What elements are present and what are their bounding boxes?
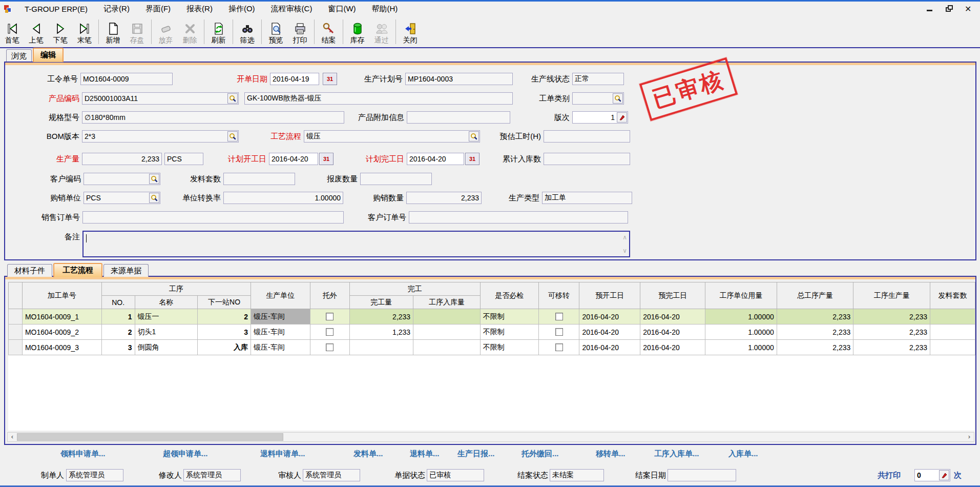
transferable-checkbox[interactable] [555,343,563,351]
cell-unit-selected[interactable]: 锻压-车间 [251,309,310,324]
menu-tgroup-erp[interactable]: T-GROUP ERP(E) [25,5,88,13]
product-name-input[interactable] [245,93,512,104]
cell-outsource[interactable] [310,309,349,324]
customer-order-no-input[interactable] [409,212,628,223]
cell-next-no[interactable]: 入库 [198,340,251,355]
menu-report[interactable]: 报表(R) [186,4,213,14]
version-input[interactable] [573,112,617,123]
horizontal-scrollbar[interactable]: ‹ › [7,432,974,442]
first-record-button[interactable]: 首笔 [0,17,24,46]
app-icon[interactable] [4,4,13,13]
creator-input[interactable] [67,470,123,481]
tab-process-flow[interactable]: 工艺流程 [53,263,102,277]
col-order-header[interactable]: 加工单号 [22,282,101,309]
cell-no[interactable]: 3 [101,340,135,355]
link-outsource-return[interactable]: 托外缴回... [522,449,559,459]
menu-operation[interactable]: 操作(O) [228,4,255,14]
cell-pre-start[interactable]: 2016-04-20 [579,309,640,324]
tab-material-subitems[interactable]: 材料子件 [7,264,52,277]
unit-rate-input[interactable] [224,192,343,204]
col-pre-start-header[interactable]: 预开工日 [579,282,640,309]
link-process-instore-doc[interactable]: 工序入库单... [654,449,699,459]
cell-next-no[interactable]: 2 [198,309,251,324]
col-outsource-header[interactable]: 托外 [310,282,349,309]
cell-no[interactable]: 2 [101,324,135,340]
close-case-button[interactable]: 结案 [317,17,341,46]
col-total-output-header[interactable]: 总工序产量 [777,282,853,309]
scroll-right-icon[interactable]: › [965,433,974,441]
outsource-checkbox[interactable] [326,328,333,336]
modifier-input[interactable] [184,470,240,481]
scrap-qty-input[interactable] [361,173,431,185]
cell-pre-end[interactable]: 2016-04-20 [640,309,705,324]
grid-row-2[interactable]: MO1604-0009_2 2 切头1 3 锻压-车间 1,233 不限制 20… [9,324,975,340]
line-status-input[interactable] [573,73,623,85]
order-no-input[interactable] [81,73,172,85]
cell-name[interactable]: 切头1 [135,324,198,340]
row-selector[interactable] [9,309,23,324]
col-unit-usage-header[interactable]: 工序单位用量 [705,282,777,309]
cell-transferable[interactable] [538,340,579,355]
product-code-input[interactable] [82,93,227,104]
outsource-checkbox[interactable] [326,313,333,320]
col-pre-end-header[interactable]: 预完工日 [640,282,705,309]
prod-type-input[interactable] [543,192,632,204]
print-count-input[interactable] [915,470,939,481]
next-record-button[interactable]: 下笔 [48,17,72,46]
cell-must-check[interactable]: 不限制 [480,324,538,340]
cell-transferable[interactable] [538,309,579,324]
grid-row-1[interactable]: MO1604-0009_1 1 锻压一 2 锻压-车间 2,233 不限制 20… [9,309,975,324]
menu-workflow-audit[interactable]: 流程审核(C) [271,4,312,14]
close-icon[interactable]: ✕ [965,5,973,13]
total-in-qty-input[interactable] [544,153,630,165]
sales-unit-input[interactable] [84,192,149,204]
link-return-request[interactable]: 退料申请单... [260,449,305,459]
inventory-button[interactable]: 库存 [345,17,369,46]
refresh-button[interactable]: 刷新 [206,17,231,46]
filter-button[interactable]: 筛选 [235,17,259,46]
col-must-check-header[interactable]: 是否必检 [480,282,538,309]
scroll-down-icon[interactable]: ∨ [622,248,627,253]
link-transfer-doc[interactable]: 移转单... [596,449,625,459]
spec-input[interactable] [82,112,344,123]
cell-pre-start[interactable]: 2016-04-20 [579,324,640,340]
open-date-input[interactable] [270,73,319,85]
link-return-doc[interactable]: 退料单... [410,449,440,459]
col-done-qty-header[interactable]: 完工量 [349,296,413,309]
plan-start-input[interactable] [269,153,318,165]
customer-code-input[interactable] [84,173,149,185]
sales-order-no-input[interactable] [83,212,343,223]
cell-pre-end[interactable]: 2016-04-20 [640,324,705,340]
outsource-checkbox[interactable] [326,343,333,351]
cell-must-check[interactable]: 不限制 [480,309,538,324]
menu-help[interactable]: 帮助(H) [372,4,398,14]
close-date-input[interactable] [668,470,736,481]
link-instore-doc[interactable]: 入库单... [728,449,758,459]
link-issue-doc[interactable]: 发料单... [353,449,383,459]
remark-textarea[interactable] [84,232,629,256]
est-hours-input[interactable] [544,131,630,142]
col-name-header[interactable]: 名称 [135,296,198,309]
menu-interface[interactable]: 界面(F) [145,4,171,14]
col-transferable-header[interactable]: 可移转 [538,282,579,309]
col-next-no-header[interactable]: 下一站NO [198,296,251,309]
row-selector[interactable] [9,324,23,340]
col-in-store-qty-header[interactable]: 工序入库量 [413,296,481,309]
cell-order[interactable]: MO1604-0009_3 [22,340,101,355]
minimize-icon[interactable] [926,5,934,13]
cell-name[interactable]: 倒圆角 [135,340,198,355]
tab-browse[interactable]: 浏览 [6,49,32,62]
col-process-output-header[interactable]: 工序生产量 [853,282,930,309]
transferable-checkbox[interactable] [555,313,563,320]
print-button[interactable]: 打印 [288,17,312,46]
tab-edit[interactable]: 编辑 [33,48,64,62]
product-code-lookup-icon[interactable] [227,93,238,104]
cell-must-check[interactable]: 不限制 [480,340,538,355]
link-over-request[interactable]: 超领申请单... [163,449,208,459]
preview-button[interactable]: 预览 [264,17,288,46]
process-flow-input[interactable] [304,131,469,142]
cell-transferable[interactable] [538,324,579,340]
close-window-button[interactable]: 关闭 [398,17,422,46]
prod-qty-input[interactable] [82,153,161,165]
cell-next-no[interactable]: 3 [198,324,251,340]
